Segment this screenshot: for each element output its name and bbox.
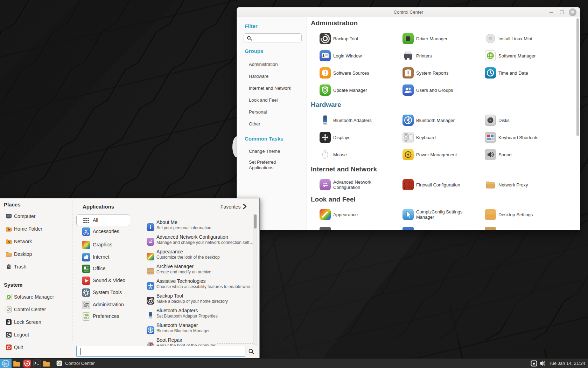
svg-text:2: 2 [405, 138, 407, 141]
svg-text:lm: lm [4, 362, 8, 366]
